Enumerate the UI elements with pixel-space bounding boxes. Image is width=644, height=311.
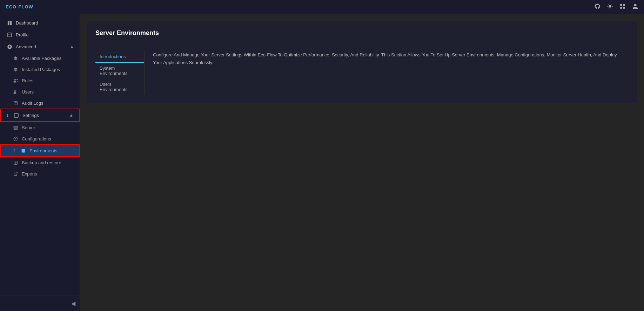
page-title: Server Environments bbox=[95, 29, 629, 37]
svg-rect-11 bbox=[620, 7, 622, 8]
settings-collapse-icon: ▲ bbox=[69, 113, 73, 118]
svg-rect-30 bbox=[21, 149, 25, 152]
svg-rect-12 bbox=[623, 7, 625, 8]
svg-point-0 bbox=[609, 5, 611, 8]
roles-label: Roles bbox=[22, 78, 33, 83]
tab-content-introductions: Configure And Manage Your Server Setting… bbox=[145, 51, 629, 95]
tab-users-environments-label: Users Environments bbox=[100, 82, 127, 92]
card-body: Introductions System Environments Users … bbox=[95, 51, 629, 95]
advanced-icon bbox=[7, 44, 12, 49]
advanced-label: Advanced bbox=[16, 44, 36, 49]
users-label: Users bbox=[22, 89, 34, 95]
main-content: Server Environments Introductions System… bbox=[80, 14, 644, 311]
brand-label: ECO-FLOW bbox=[6, 4, 33, 9]
sidebar-item-users[interactable]: Users bbox=[0, 86, 80, 97]
sidebar-item-environments[interactable]: 2 Environments bbox=[0, 144, 80, 157]
sidebar-item-server[interactable]: Server bbox=[0, 122, 80, 133]
tab-introductions-label: Introductions bbox=[100, 54, 126, 59]
exports-icon bbox=[13, 171, 18, 177]
sidebar-item-advanced[interactable]: Advanced ▲ bbox=[0, 41, 80, 53]
server-label: Server bbox=[22, 125, 35, 130]
sidebar-item-dashboard[interactable]: Dashboard bbox=[0, 17, 80, 29]
configurations-icon bbox=[13, 136, 18, 141]
svg-rect-13 bbox=[7, 21, 9, 22]
topbar: ECO-FLOW bbox=[0, 0, 644, 14]
advanced-collapse-icon: ▲ bbox=[70, 44, 74, 49]
dashboard-icon bbox=[7, 20, 12, 26]
profile-icon bbox=[7, 32, 12, 37]
sidebar-item-profile[interactable]: Profile bbox=[0, 29, 80, 41]
tab-list: Introductions System Environments Users … bbox=[95, 51, 145, 95]
sidebar-item-backup-restore[interactable]: Backup and restore bbox=[0, 157, 80, 168]
svg-point-20 bbox=[14, 90, 15, 91]
sidebar-item-exports[interactable]: Exports bbox=[0, 168, 80, 179]
exports-label: Exports bbox=[22, 171, 37, 177]
svg-rect-17 bbox=[7, 33, 11, 36]
user-icon[interactable] bbox=[632, 3, 638, 11]
svg-point-29 bbox=[15, 138, 16, 139]
svg-rect-28 bbox=[14, 129, 18, 129]
dashboard-label: Dashboard bbox=[16, 20, 38, 26]
sidebar-nav: Dashboard Profile Advanced ▲ bbox=[0, 14, 80, 296]
svg-line-7 bbox=[608, 8, 608, 8]
svg-rect-27 bbox=[14, 127, 18, 128]
svg-line-3 bbox=[608, 4, 608, 5]
audit-logs-icon bbox=[13, 100, 18, 106]
server-environments-card: Server Environments Introductions System… bbox=[87, 21, 637, 103]
sidebar-item-installed-packages[interactable]: Installed Packages bbox=[0, 64, 80, 75]
installed-packages-label: Installed Packages bbox=[22, 67, 60, 72]
sidebar-item-configurations[interactable]: Configurations bbox=[0, 133, 80, 144]
sidebar-section-settings[interactable]: 1 Settings ▲ bbox=[0, 109, 80, 122]
sun-icon[interactable] bbox=[607, 3, 613, 11]
environments-badge: 2 bbox=[13, 148, 15, 153]
settings-badge: 1 bbox=[6, 113, 8, 117]
environments-icon bbox=[20, 148, 26, 153]
settings-label: Settings bbox=[22, 113, 39, 118]
topbar-icons bbox=[594, 3, 638, 11]
settings-icon bbox=[13, 112, 19, 118]
svg-rect-14 bbox=[10, 21, 12, 22]
svg-rect-10 bbox=[623, 4, 625, 6]
roles-icon bbox=[13, 78, 18, 83]
users-icon bbox=[13, 89, 18, 95]
tab-introductions[interactable]: Introductions bbox=[95, 51, 144, 63]
sidebar-item-audit-logs[interactable]: Audit Logs bbox=[0, 97, 80, 109]
grid-icon[interactable] bbox=[619, 3, 626, 11]
svg-line-4 bbox=[612, 8, 612, 8]
sidebar: Dashboard Profile Advanced ▲ bbox=[0, 14, 80, 311]
server-icon bbox=[13, 125, 18, 130]
svg-point-19 bbox=[14, 79, 15, 80]
configurations-label: Configurations bbox=[22, 136, 51, 141]
svg-rect-26 bbox=[14, 126, 18, 126]
available-packages-label: Available Packages bbox=[22, 56, 61, 61]
tab-system-environments[interactable]: System Environments bbox=[95, 63, 144, 79]
backup-icon bbox=[13, 160, 18, 165]
svg-rect-9 bbox=[620, 4, 622, 6]
backup-label: Backup and restore bbox=[22, 160, 61, 165]
sidebar-item-available-packages[interactable]: Available Packages bbox=[0, 53, 80, 64]
tab-users-environments[interactable]: Users Environments bbox=[95, 79, 144, 95]
svg-rect-25 bbox=[14, 113, 18, 117]
sidebar-bottom: ◀ bbox=[0, 296, 80, 311]
tab-system-environments-label: System Environments bbox=[100, 65, 127, 76]
environments-label: Environments bbox=[29, 148, 57, 153]
intro-text: Configure And Manage Your Server Setting… bbox=[153, 51, 620, 67]
svg-rect-16 bbox=[10, 23, 12, 25]
audit-logs-label: Audit Logs bbox=[22, 101, 43, 106]
sidebar-item-roles[interactable]: Roles bbox=[0, 75, 80, 86]
svg-rect-15 bbox=[7, 23, 9, 25]
profile-label: Profile bbox=[16, 32, 29, 37]
svg-line-8 bbox=[612, 4, 612, 5]
sidebar-collapse-button[interactable]: ◀ bbox=[71, 300, 75, 307]
github-icon[interactable] bbox=[594, 3, 601, 11]
card-divider bbox=[95, 44, 629, 44]
available-packages-icon bbox=[13, 55, 18, 61]
installed-packages-icon bbox=[13, 67, 18, 72]
main-layout: Dashboard Profile Advanced ▲ bbox=[0, 14, 644, 311]
